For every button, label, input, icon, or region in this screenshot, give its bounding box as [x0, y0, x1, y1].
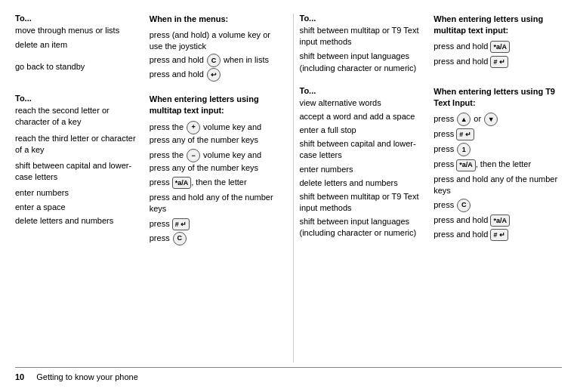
right-to-header-1: To... [300, 14, 428, 23]
left-s2-i4: enter numbers [15, 187, 143, 199]
right-mt-r2: press and hold # ↵ [434, 56, 562, 68]
left-menus-r3: press and hold ↩ [150, 68, 278, 82]
left-menus-r1: press (and hold) a volume key or use the… [150, 29, 278, 52]
right-s2-i1: view alternative words [300, 97, 428, 109]
right-t9-r8: press and hold # ↵ [434, 229, 562, 241]
left-s2-i3: shift between capital and lower-case let… [15, 160, 143, 183]
left-when-multitap-header: When entering letters using multitap tex… [150, 94, 278, 116]
btn-c-2: C [173, 232, 187, 245]
btn-minus-1: − [187, 149, 200, 162]
right-t9-r3: press 1 [434, 143, 562, 156]
left-item-delete: delete an item [15, 39, 143, 51]
right-to-header-2: To... [300, 86, 428, 95]
main-content: To... move through menus or lists delete… [15, 14, 562, 363]
btn-back-1: ↩ [207, 68, 221, 82]
left-mt-r5: press # ↵ [150, 218, 278, 230]
btn-arrow-up-1: ▲ [457, 113, 471, 126]
right-s2-i2: accept a word and add a space [300, 111, 428, 122]
btn-arrow-down-1: ▼ [484, 113, 498, 126]
btn-plus-1: + [187, 121, 200, 134]
right-t9-r4: press *a/A, then the letter [434, 159, 562, 171]
right-s2-i8: shift between input languages (including… [300, 216, 428, 239]
left-mt-r1: press the + volume key and press any of … [150, 121, 278, 146]
left-when-menus-header: When in the menus: [150, 14, 278, 25]
right-mt-r1: press and hold *a/A [434, 41, 562, 53]
right-t9-r1: press ▲ or ▼ [434, 113, 562, 126]
footer-title: Getting to know your phone [36, 372, 138, 381]
right-s1-i1: shift between multitap or T9 Text input … [300, 25, 428, 48]
right-t9-r7: press and hold *a/A [434, 215, 562, 227]
btn-star-a-2: *a/A [490, 41, 510, 53]
btn-1-1: 1 [457, 143, 471, 156]
footer: 10 Getting to know your phone [15, 367, 562, 381]
right-t9-r6: press C [434, 199, 562, 212]
right-s2-i5: enter numbers [300, 164, 428, 175]
left-s2-i6: delete letters and numbers [15, 215, 143, 227]
left-menus-r2: press and hold C when in lists [150, 54, 278, 67]
right-s1-i2: shift between input languages (including… [300, 51, 428, 73]
right-panel: To... shift between multitap or T9 Text … [300, 14, 563, 363]
footer-page-number: 10 [15, 372, 24, 381]
page: To... move through menus or lists delete… [0, 0, 577, 392]
left-item-move: move through menus or lists [15, 25, 143, 36]
right-s2-i7: shift between multitap or T9 Text input … [300, 191, 428, 214]
panel-divider [293, 14, 294, 363]
left-mt-r6: press C [150, 232, 278, 245]
left-mt-r3: press *a/A, then the letter [150, 177, 278, 189]
left-panel: To... move through menus or lists delete… [15, 14, 287, 363]
left-section-2: To... reach the second letter or charact… [15, 94, 278, 245]
left-s2-i2: reach the third letter or character of a… [15, 133, 143, 156]
right-s2-i6: delete letters and numbers [300, 177, 428, 189]
right-s2-i4: shift between capital and lower-case let… [300, 138, 428, 161]
right-section-1: To... shift between multitap or T9 Text … [300, 14, 563, 74]
btn-hash-1: # ↵ [172, 218, 190, 230]
btn-hash-4: # ↵ [490, 229, 508, 241]
right-t9-r2: press # ↵ [434, 128, 562, 140]
left-mt-r2: press the − volume key and press any of … [150, 149, 278, 174]
right-when-t9-header: When entering letters using T9 Text Inpu… [434, 86, 562, 109]
btn-star-a-3: *a/A [456, 159, 476, 171]
left-s2-i1: reach the second letter or character of … [15, 105, 143, 128]
btn-star-a-4: *a/A [490, 215, 510, 227]
right-when-multitap-header: When entering letters using multitap tex… [434, 14, 562, 36]
right-s2-i3: enter a full stop [300, 125, 428, 136]
left-item-standby: go back to standby [15, 61, 143, 73]
right-section-2: To... view alternative words accept a wo… [300, 86, 563, 241]
btn-star-a-1: *a/A [172, 177, 192, 189]
btn-c-3: C [457, 199, 471, 212]
left-to-header-1: To... [15, 14, 143, 23]
left-mt-r4: press and hold any of the number keys [150, 192, 278, 215]
left-section-1: To... move through menus or lists delete… [15, 14, 278, 82]
left-s2-i5: enter a space [15, 202, 143, 213]
left-to-header-2: To... [15, 94, 143, 103]
btn-hash-3: # ↵ [456, 128, 474, 140]
btn-c-1: C [207, 54, 221, 67]
btn-hash-2: # ↵ [490, 56, 508, 68]
right-t9-r5: press and hold any of the number keys [434, 174, 562, 196]
